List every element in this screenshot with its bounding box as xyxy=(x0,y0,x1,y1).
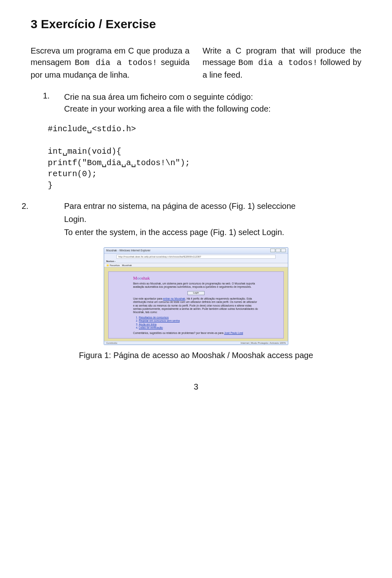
tab-favoritos[interactable]: Favoritos xyxy=(110,264,120,267)
intro-en-code: Bom dia a todos! xyxy=(238,58,317,67)
figure-caption: Figura 1: Página de acesso ao Mooshak / … xyxy=(31,351,361,360)
list-item[interactable]: Registar em concursos sem senha xyxy=(139,319,259,323)
browser-tabs: ⭐ Favoritos Mooshak xyxy=(104,263,288,267)
step-2-line1a: Para entrar no sistema, na página de ace… xyxy=(64,202,296,211)
intro-pt-code: Bom dia a todos! xyxy=(75,58,157,67)
mooshak-p2: Use este apontador para entrar no Moosha… xyxy=(133,297,259,314)
list-item[interactable]: Listas de verificação xyxy=(139,326,259,329)
window-controls xyxy=(270,249,286,253)
step-1-pt: Crie na sua área um ficheiro com o segui… xyxy=(64,91,271,103)
mooshak-card: Mooshak Bem-vindo ao Mooshak, um sistema… xyxy=(108,271,284,338)
author-link[interactable]: José Paulo Leal xyxy=(224,332,243,334)
enter-mooshak-link[interactable]: entrar no Mooshak xyxy=(163,297,185,300)
code-block: #include␣<stdio.h> int␣main(void){ print… xyxy=(48,123,361,191)
mooshak-p3: Comentários, sugestões ou relatórios de … xyxy=(133,332,259,335)
browser-title-text: Mooshak - Windows Internet Explorer xyxy=(106,249,150,252)
code-line-3: printf("Bom␣dia␣a␣todos!\n"); xyxy=(48,158,190,168)
step-1: 1. Crie na sua área um ficheiro com o se… xyxy=(43,91,361,114)
browser-mock: Mooshak - Windows Internet Explorer http… xyxy=(104,247,288,345)
status-left: Concluído xyxy=(106,342,117,344)
code-line-2: int␣main(void){ xyxy=(48,147,121,156)
list-item[interactable]: Ajuda em linha xyxy=(139,323,259,326)
browser-viewport: Mooshak Bem-vindo ao Mooshak, um sistema… xyxy=(104,267,288,341)
step-2-line2: To enter the system, in the access page … xyxy=(43,226,361,238)
step-1-en: Create in your working area a file with … xyxy=(64,103,271,114)
login-button[interactable]: Login xyxy=(187,291,205,295)
code-line-4: return(0); xyxy=(48,169,97,179)
min-icon xyxy=(270,249,275,252)
mooshak-logo: Mooshak xyxy=(133,275,259,281)
close-icon xyxy=(281,249,286,252)
step-2-line1b: Login. xyxy=(43,213,361,225)
step-2-number: 2. xyxy=(43,200,64,212)
code-line-5: } xyxy=(48,181,53,190)
browser-titlebar: Mooshak - Windows Internet Explorer xyxy=(104,248,288,254)
figure-1: Mooshak - Windows Internet Explorer http… xyxy=(31,247,361,360)
tab-mooshak[interactable]: Mooshak xyxy=(122,264,131,267)
max-icon xyxy=(276,249,281,252)
intro-columns: Escreva um programa em C que produza a m… xyxy=(31,45,361,81)
code-line-1: #include␣<stdio.h> xyxy=(48,124,136,134)
step-2: 2.Para entrar no sistema, na página de a… xyxy=(43,200,361,238)
status-bar: Concluído Internet | Modo Protegido: Act… xyxy=(104,341,288,345)
step-1-number: 1. xyxy=(43,91,51,114)
mooshak-list: Resultados de concursos Registar em conc… xyxy=(133,316,259,330)
norton-toolbar: Norton - xyxy=(104,260,288,263)
list-item[interactable]: Resultados de concursos xyxy=(139,316,259,319)
section-title: 3 Exercício / Exercise xyxy=(31,17,361,31)
page-number: 3 xyxy=(31,382,361,392)
address-bar[interactable]: http://mooshak.deec.fe.uefp.pt/cai-cosa/… xyxy=(116,255,276,259)
mooshak-welcome: Bem-vindo ao Mooshak, um sistema para ge… xyxy=(133,282,259,289)
intro-en: Write a C program that will produce the … xyxy=(203,45,361,81)
intro-pt: Escreva um programa em C que produza a m… xyxy=(31,45,189,81)
status-right: Internet | Modo Protegido: Activado 100% xyxy=(241,342,286,344)
